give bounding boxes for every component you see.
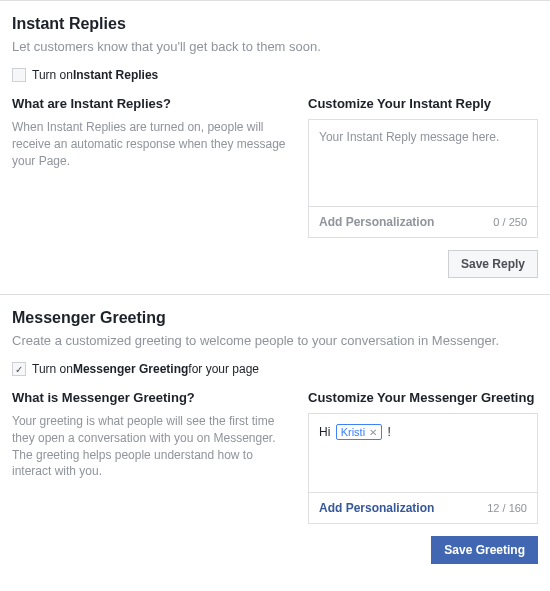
- add-personalization-button[interactable]: Add Personalization: [319, 215, 434, 229]
- save-reply-button[interactable]: Save Reply: [448, 250, 538, 278]
- what-is-desc: Your greeting is what people will see th…: [12, 413, 290, 480]
- section-description: Let customers know that you'll get back …: [12, 39, 538, 54]
- columns: What are Instant Replies? When Instant R…: [12, 96, 538, 278]
- composer-footer: Add Personalization 0 / 250: [309, 206, 537, 237]
- right-column: Customize Your Messenger Greeting Hi Kri…: [308, 390, 538, 564]
- toggle-label-post: for your page: [188, 362, 259, 376]
- composer-footer: Add Personalization 12 / 160: [309, 492, 537, 523]
- what-are-desc: When Instant Replies are turned on, peop…: [12, 119, 290, 169]
- add-personalization-button[interactable]: Add Personalization: [319, 501, 434, 515]
- instant-reply-input[interactable]: Your Instant Reply message here.: [309, 120, 537, 206]
- customize-title: Customize Your Messenger Greeting: [308, 390, 538, 405]
- instant-reply-composer: Your Instant Reply message here. Add Per…: [308, 119, 538, 238]
- instant-replies-section: Instant Replies Let customers know that …: [0, 0, 550, 294]
- toggle-label-bold: Messenger Greeting: [73, 362, 188, 376]
- greeting-composer: Hi Kristi ✕ ! Add Personalization 12 / 1…: [308, 413, 538, 524]
- char-counter: 12 / 160: [487, 502, 527, 514]
- messenger-greeting-section: Messenger Greeting Create a customized g…: [0, 294, 550, 580]
- toggle-label-bold: Instant Replies: [73, 68, 158, 82]
- greeting-text-post: !: [387, 425, 390, 439]
- close-icon[interactable]: ✕: [369, 427, 377, 438]
- section-description: Create a customized greeting to welcome …: [12, 333, 538, 348]
- greeting-text-pre: Hi: [319, 425, 334, 439]
- personalization-token[interactable]: Kristi ✕: [336, 424, 382, 440]
- toggle-label-pre: Turn on: [32, 68, 73, 82]
- instant-replies-toggle-row: Turn on Instant Replies: [12, 68, 538, 82]
- actions-row: Save Greeting: [308, 536, 538, 564]
- token-label: Kristi: [341, 426, 365, 438]
- char-counter: 0 / 250: [493, 216, 527, 228]
- what-are-title: What are Instant Replies?: [12, 96, 290, 111]
- actions-row: Save Reply: [308, 250, 538, 278]
- right-column: Customize Your Instant Reply Your Instan…: [308, 96, 538, 278]
- messenger-greeting-toggle-row: ✓ Turn on Messenger Greeting for your pa…: [12, 362, 538, 376]
- page-title: Messenger Greeting: [12, 309, 538, 327]
- save-greeting-button[interactable]: Save Greeting: [431, 536, 538, 564]
- left-column: What is Messenger Greeting? Your greetin…: [12, 390, 290, 564]
- greeting-input[interactable]: Hi Kristi ✕ !: [309, 414, 537, 492]
- customize-title: Customize Your Instant Reply: [308, 96, 538, 111]
- instant-replies-checkbox[interactable]: [12, 68, 26, 82]
- what-is-title: What is Messenger Greeting?: [12, 390, 290, 405]
- left-column: What are Instant Replies? When Instant R…: [12, 96, 290, 278]
- toggle-label-pre: Turn on: [32, 362, 73, 376]
- messenger-greeting-checkbox[interactable]: ✓: [12, 362, 26, 376]
- page-title: Instant Replies: [12, 15, 538, 33]
- columns: What is Messenger Greeting? Your greetin…: [12, 390, 538, 564]
